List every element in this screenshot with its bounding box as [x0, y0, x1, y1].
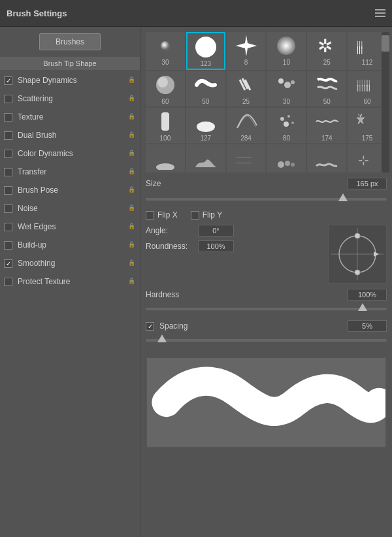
checkbox-smoothing[interactable]: [4, 259, 12, 268]
brush-cell[interactable]: [146, 144, 185, 172]
brush-thumbnail: ⊹: [353, 146, 382, 171]
svg-point-15: [197, 122, 215, 132]
checkbox-protect-texture[interactable]: [4, 278, 12, 286]
menu-item-label: Transfer: [18, 167, 128, 176]
size-slider[interactable]: [146, 193, 387, 205]
svg-point-19: [291, 122, 294, 124]
menu-item-protect-texture[interactable]: Protect Texture🔒: [0, 272, 140, 291]
angle-row: Angle: 0°: [146, 225, 321, 236]
brush-cell[interactable]: 50: [186, 71, 225, 106]
brush-cell[interactable]: ||||||112: [348, 32, 387, 70]
lock-icon: 🔒: [128, 95, 135, 103]
brush-thumbnail: [191, 35, 220, 59]
brush-cell[interactable]: ✲25: [307, 32, 346, 70]
brush-cell[interactable]: ⊹: [348, 144, 387, 172]
brush-thumbnail: ✲: [312, 33, 341, 58]
brush-cell[interactable]: 175: [348, 108, 387, 143]
checkbox-build-up[interactable]: [4, 241, 12, 250]
lock-icon: 🔒: [128, 113, 135, 121]
brush-cell[interactable]: 10: [267, 32, 306, 70]
size-slider-thumb[interactable]: [338, 193, 348, 201]
brush-size-label: 175: [362, 135, 373, 142]
menu-item-build-up[interactable]: Build-up🔒: [0, 236, 140, 254]
hardness-slider-thumb[interactable]: [358, 303, 367, 311]
menu-item-wet-edges[interactable]: Wet Edges🔒: [0, 218, 140, 236]
brushes-btn-container: Brushes: [0, 33, 140, 50]
menu-item-brush-pose[interactable]: Brush Pose🔒: [0, 181, 140, 199]
angle-circle-widget[interactable]: [328, 225, 387, 284]
checkbox-transfer[interactable]: [4, 168, 12, 176]
checkbox-shape-dynamics[interactable]: [4, 76, 12, 85]
checkbox-texture[interactable]: [4, 113, 12, 122]
brush-cell[interactable]: 60: [146, 71, 185, 106]
brush-thumbnail: [312, 73, 341, 97]
brush-cell[interactable]: 30: [267, 71, 306, 106]
brush-cell[interactable]: [307, 144, 346, 172]
brush-preview: [146, 357, 387, 448]
brush-size-label: 284: [240, 135, 252, 142]
angle-value[interactable]: 0°: [198, 225, 234, 236]
left-panel: Brushes Brush Tip Shape Shape Dynamics🔒S…: [0, 27, 140, 537]
brush-cell[interactable]: 8: [227, 32, 266, 70]
menu-item-transfer[interactable]: Transfer🔒: [0, 163, 140, 181]
brushes-button[interactable]: Brushes: [39, 33, 101, 50]
menu-item-label: Texture: [18, 112, 128, 122]
brush-cell[interactable]: 100: [146, 108, 185, 143]
menu-item-label: Noise: [18, 204, 128, 213]
brush-cell[interactable]: ~~~~~~~~~~: [227, 144, 266, 172]
brush-cell[interactable]: 123: [186, 32, 225, 70]
menu-button[interactable]: [375, 9, 385, 17]
checkbox-scattering[interactable]: [4, 95, 12, 103]
checkbox-color-dynamics[interactable]: [4, 150, 12, 158]
brush-cell[interactable]: 50: [307, 71, 346, 106]
hardness-value[interactable]: 100%: [348, 289, 387, 301]
checkbox-brush-pose[interactable]: [4, 186, 12, 195]
brush-thumbnail: [272, 109, 301, 134]
menu-item-noise[interactable]: Noise🔒: [0, 199, 140, 218]
menu-item-texture[interactable]: Texture🔒: [0, 108, 140, 126]
svg-point-11: [291, 80, 295, 84]
scrollbar-thumb[interactable]: [382, 35, 389, 52]
menu-item-color-dynamics[interactable]: Color Dynamics🔒: [0, 144, 140, 163]
main-container: Brushes Brush Tip Shape Shape Dynamics🔒S…: [0, 27, 392, 537]
flip-x-checkbox[interactable]: [146, 211, 154, 220]
brush-cell[interactable]: 174: [307, 108, 346, 143]
brush-cell[interactable]: 284: [227, 108, 266, 143]
flip-y-checkbox[interactable]: [191, 211, 199, 220]
svg-point-16: [280, 117, 284, 121]
spacing-slider-thumb[interactable]: [157, 334, 167, 342]
lock-icon: 🔒: [128, 278, 135, 285]
flip-y-item: Flip Y: [191, 210, 222, 220]
spacing-checkbox[interactable]: [146, 322, 154, 331]
spacing-slider[interactable]: [146, 334, 387, 346]
checkbox-noise[interactable]: [4, 204, 12, 213]
brush-size-label: 123: [200, 60, 211, 67]
menu-item-scattering[interactable]: Scattering🔒: [0, 90, 140, 108]
roundness-value[interactable]: 100%: [198, 240, 234, 252]
title-bar: Brush Settings: [0, 0, 392, 27]
hardness-slider[interactable]: [146, 303, 387, 315]
brush-cell[interactable]: 30: [146, 32, 185, 70]
brush-cell[interactable]: [186, 144, 225, 172]
svg-text:✲: ✲: [318, 36, 333, 56]
brush-cell[interactable]: ||||||||||||||||60: [348, 71, 387, 106]
brush-cell[interactable]: [267, 144, 306, 172]
brush-cell[interactable]: 25: [227, 71, 266, 106]
size-value[interactable]: 165 px: [348, 178, 387, 189]
brush-cell[interactable]: 80: [267, 108, 306, 143]
checkbox-wet-edges[interactable]: [4, 223, 12, 231]
flip-x-item: Flip X: [146, 210, 178, 220]
brush-thumbnail: [312, 146, 341, 171]
brush-cell[interactable]: 127: [186, 108, 225, 143]
lock-icon: 🔒: [128, 259, 135, 267]
menu-item-smoothing[interactable]: Smoothing🔒: [0, 254, 140, 272]
svg-point-17: [287, 115, 290, 118]
menu-item-label: Smoothing: [18, 259, 128, 268]
brush-size-label: 25: [242, 98, 250, 105]
spacing-value[interactable]: 5%: [348, 320, 387, 332]
roundness-label: Roundness:: [146, 242, 198, 251]
brush-size-label: 50: [323, 98, 331, 105]
menu-item-shape-dynamics[interactable]: Shape Dynamics🔒: [0, 71, 140, 90]
checkbox-dual-brush[interactable]: [4, 131, 12, 140]
menu-item-dual-brush[interactable]: Dual Brush🔒: [0, 126, 140, 144]
